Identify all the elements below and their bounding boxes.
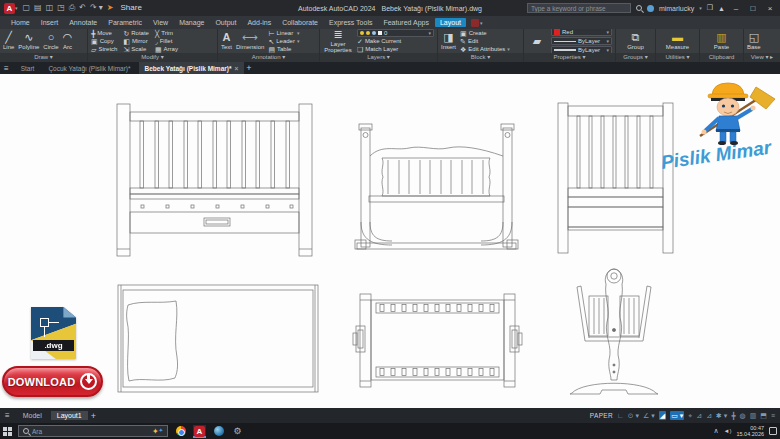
mirror-tool[interactable]: ◧Mirror [123,38,149,45]
snap-icon[interactable]: ⊙ ▾ [628,411,639,420]
panel-label-utilities[interactable]: Utilities ▾ [656,53,699,62]
cradle-end-view[interactable] [570,269,658,394]
panel-label-layers[interactable]: Layers ▾ [320,53,437,62]
workspace-caret-icon[interactable]: ▾ [480,20,483,26]
cradle-top-view[interactable] [353,294,522,387]
open-icon[interactable]: ▤ [34,3,42,13]
start-button[interactable] [3,427,12,436]
dwg-file-icon[interactable]: .dwg [31,307,76,359]
app-store-icon[interactable]: ❒ [707,4,713,12]
close-button[interactable]: × [764,4,776,13]
osnap-icon[interactable]: ▭ ▾ [670,411,684,420]
tab-output[interactable]: Output [210,18,241,27]
match-properties-tool[interactable]: ▰ [527,36,547,47]
stretch-tool[interactable]: ▱Stretch [91,46,117,53]
isolate-icon[interactable]: ◍ [740,411,746,420]
settings-taskbar-icon[interactable]: ⚙ [231,425,244,438]
text-tool[interactable]: AText [221,32,232,50]
group-tool[interactable]: ⧉Group [627,32,644,50]
base-tool[interactable]: ◱Base [747,32,761,50]
save-icon[interactable]: ◫ [46,3,54,13]
browser-taskbar-icon[interactable] [212,425,225,438]
annotation-visibility-icon[interactable]: ⊿ [706,411,712,420]
match-layer-tool[interactable]: ❏Match Layer [357,46,434,53]
taskbar-clock[interactable]: 00:47 15.04.2026 [736,425,764,437]
polar-icon[interactable]: ∠ ▾ [643,411,655,420]
fullscreen-icon[interactable]: ⬒ [760,411,767,420]
polyline-tool[interactable]: ∿Polyline [18,32,39,50]
grid-icon[interactable]: ∟ [617,411,624,420]
tab-home[interactable]: Home [6,18,35,27]
create-block-tool[interactable]: ▣Create [460,30,510,37]
minimize-button[interactable]: – [730,4,742,13]
autocad-taskbar-icon[interactable]: A [193,425,206,438]
layer-properties-tool[interactable]: ≣Layer Properties [323,29,353,53]
panel-label-modify[interactable]: Modify ▾ [88,53,217,62]
help-search-input[interactable] [527,3,631,13]
color-dropdown[interactable]: Red▾ [551,29,612,36]
move-tool[interactable]: ╋Move [91,30,117,37]
app-menu-caret-icon[interactable]: ▾ [15,5,18,11]
circle-tool[interactable]: ○Circle [43,32,58,50]
lineweight-display-icon[interactable]: ⌖ [688,411,692,420]
panel-label-groups[interactable]: Groups ▾ [616,53,655,62]
share-button[interactable]: Share [121,3,142,13]
make-current-tool[interactable]: ✓Make Current [357,38,434,45]
graphics-icon[interactable]: ▥ [750,411,757,420]
workspace-switch-icon[interactable]: ✱ ▾ [716,411,727,420]
annotation-scale-icon[interactable]: ⊿ [696,411,702,420]
edit-attributes-tool[interactable]: ❖Edit Attributes▾ [460,46,510,53]
panel-label-properties[interactable]: Properties ▾ [524,53,615,62]
maximize-button[interactable]: □ [747,4,759,13]
customize-icon[interactable]: ≡ [771,411,775,420]
drawing-canvas[interactable]: Pislik Mimar .dwg DOWNLOAD [0,74,780,408]
fillet-tool[interactable]: ◞Fillet [155,38,178,45]
panel-label-draw[interactable]: Draw ▾ [0,53,87,62]
layout1-tab[interactable]: Layout1 [51,411,88,420]
doc-tab-close-icon[interactable]: × [234,65,238,72]
user-caret-icon[interactable]: ▾ [699,5,702,11]
table-tool[interactable]: ▤Table [268,46,299,53]
search-icon[interactable] [636,5,642,11]
trim-tool[interactable]: ╳Trim [155,30,178,37]
panel-label-annotation[interactable]: Annotation ▾ [218,53,319,62]
tab-featured-apps[interactable]: Featured Apps [378,18,434,27]
volume-icon[interactable]: ◄) [724,428,732,434]
autodesk-icon[interactable]: ▲ [718,5,725,12]
crib-plan-view[interactable] [118,285,318,392]
lineweight-dropdown[interactable]: ByLayer▾ [551,46,612,53]
paper-space-toggle[interactable]: PAPER [590,412,613,419]
leader-tool[interactable]: ↖Leader▾ [268,38,299,45]
rotate-tool[interactable]: ↻Rotate [123,30,149,37]
download-button[interactable]: DOWNLOAD [2,366,103,397]
doc-tab-bebek-yatagi[interactable]: Bebek Yatağı (Pislik Mimar)* × [139,62,245,74]
paste-tool[interactable]: ▥Paste [714,32,729,50]
layout-menu-icon[interactable]: ≡ [5,411,10,420]
scale-tool[interactable]: ⇲Scale [123,46,149,53]
linear-tool[interactable]: ⊢Linear▾ [268,30,299,37]
workspace-icon[interactable] [471,19,479,27]
line-tool[interactable]: ╱Line [3,32,14,50]
tray-expand-icon[interactable]: ∧ [713,427,718,435]
saveas-icon[interactable]: ◳ [57,3,65,13]
panel-label-block[interactable]: Block ▾ [438,53,523,62]
arc-tool[interactable]: ◠Arc [63,32,73,50]
undo-icon[interactable]: ↶ [79,3,86,13]
ortho-icon[interactable]: ◢ [659,411,666,420]
layer-dropdown[interactable]: 0 ▾ [357,29,434,37]
new-icon[interactable]: ▢ [23,3,31,13]
tab-collaborate[interactable]: Collaborate [277,18,323,27]
linetype-dropdown[interactable]: ByLayer▾ [551,37,612,45]
panel-label-view[interactable]: View ▾ ▸ [744,53,780,62]
plot-icon[interactable]: ⎙ [69,3,75,13]
tab-insert[interactable]: Insert [36,18,64,27]
model-tab[interactable]: Model [17,411,48,420]
tab-view[interactable]: View [148,18,173,27]
panel-label-clipboard[interactable]: Clipboard [700,53,743,62]
copy-tool[interactable]: ▣Copy [91,38,117,45]
tab-annotate[interactable]: Annotate [64,18,102,27]
edit-block-tool[interactable]: ✎Edit [460,38,510,45]
taskbar-search[interactable]: ✦✦ [18,425,168,437]
new-drawing-icon[interactable]: + [246,63,251,73]
avatar[interactable] [647,5,654,12]
